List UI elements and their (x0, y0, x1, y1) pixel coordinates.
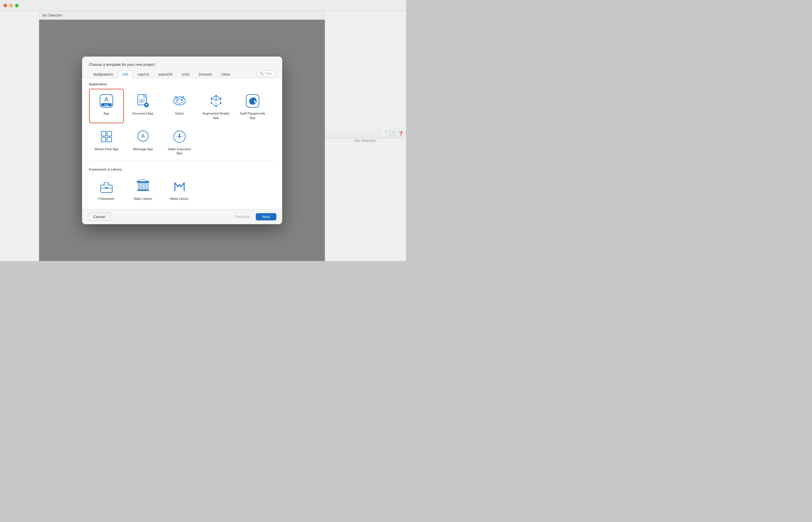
tab-watchos[interactable]: watchOS (154, 71, 177, 78)
editor-topbar: No Selection (39, 11, 325, 20)
template-sticker-pack[interactable]: Sticker Pack App (89, 124, 124, 159)
svg-marker-50 (137, 179, 149, 182)
close-button[interactable] (3, 4, 7, 7)
svg-rect-32 (107, 137, 111, 142)
tab-other[interactable]: Other (217, 71, 235, 78)
framework-grid: Framework (89, 174, 275, 204)
swift-playgrounds-label: Swift Playgrounds App (238, 112, 267, 120)
svg-point-27 (210, 103, 212, 104)
svg-point-26 (220, 103, 221, 104)
template-document-app[interactable]: Document App (126, 89, 160, 123)
new-project-modal: Choose a template for your new project: … (82, 57, 282, 224)
framework-icon (98, 178, 115, 195)
template-static-library[interactable]: Static Library (126, 174, 160, 204)
modal-title: Choose a template for your new project: (82, 57, 282, 70)
svg-point-22 (215, 95, 217, 97)
section-divider (89, 161, 275, 161)
template-swift-playgrounds[interactable]: Swift Playgrounds App (235, 89, 270, 123)
metal-library-icon (171, 178, 188, 195)
section-application-label: Application (89, 78, 275, 89)
tab-multiplatform[interactable]: Multiplatform (89, 71, 118, 78)
template-game[interactable]: Game (162, 89, 197, 123)
svg-marker-19 (211, 96, 216, 100)
svg-point-23 (220, 98, 221, 99)
history-icon[interactable]: 🕐 (390, 131, 395, 136)
static-library-label: Static Library (134, 197, 152, 201)
tab-bar: Multiplatform iOS macOS watchOS tvOS (82, 70, 282, 78)
svg-point-25 (215, 105, 217, 107)
svg-rect-29 (101, 132, 106, 136)
svg-rect-48 (144, 183, 146, 190)
metal-library-label: Metal Library (170, 197, 189, 201)
svg-rect-41 (101, 185, 112, 193)
document-app-label: Document App (132, 112, 153, 116)
imessage-icon: A (134, 128, 152, 145)
titlebar (0, 0, 406, 11)
svg-text:App: App (104, 103, 109, 106)
sticker-pack-label: Sticker Pack App (94, 147, 118, 151)
main-content: No Selection Choose a template for your … (0, 11, 406, 261)
template-framework[interactable]: Framework (89, 174, 124, 204)
svg-text:A: A (104, 96, 108, 103)
svg-rect-46 (138, 183, 140, 190)
framework-label: Framework (98, 197, 114, 201)
filter-placeholder: Filter (265, 72, 272, 76)
minimize-button[interactable] (9, 4, 13, 7)
inspector: 📄 🕐 ❓ No Selection (325, 11, 406, 261)
editor-body: Choose a template for your new project: … (39, 20, 325, 261)
application-grid-2: Sticker Pack App A (89, 124, 275, 159)
svg-rect-30 (107, 132, 111, 136)
swift-playgrounds-icon (244, 92, 261, 109)
template-imessage[interactable]: A iMessage App (126, 124, 160, 159)
tab-driverkit[interactable]: DriverKit (195, 71, 217, 78)
section-framework-label: Framework & Library (89, 164, 275, 174)
no-selection-label: No Selection (43, 13, 62, 17)
template-safari-extension[interactable]: Safari Extension App (162, 124, 197, 159)
svg-text:A: A (141, 133, 144, 139)
svg-rect-47 (141, 183, 143, 190)
game-label: Game (175, 112, 184, 116)
svg-point-15 (175, 96, 176, 97)
app-label: App (103, 112, 109, 116)
filter-field[interactable]: 🔍 Filter (257, 71, 275, 77)
inspector-topbar: 📄 🕐 ❓ (325, 129, 406, 138)
tab-macos[interactable]: macOS (133, 71, 154, 78)
sidebar (0, 11, 39, 261)
svg-rect-49 (147, 183, 148, 190)
svg-point-17 (183, 96, 184, 97)
inspector-no-selection: No Selection (355, 138, 377, 143)
document-app-icon (134, 92, 152, 109)
file-inspector-icon[interactable]: 📄 (381, 131, 387, 136)
svg-point-13 (181, 100, 182, 101)
svg-point-24 (210, 98, 212, 99)
modal-overlay: Choose a template for your new project: … (39, 20, 325, 261)
ar-app-label: Augmented Reality App (202, 112, 230, 120)
sticker-pack-icon (98, 128, 115, 145)
modal-footer: Cancel Previous Next (82, 209, 282, 224)
footer-right: Previous Next (232, 213, 276, 220)
cancel-button[interactable]: Cancel (88, 213, 110, 221)
template-ar-app[interactable]: Augmented Reality App (199, 89, 234, 123)
editor-area: No Selection Choose a template for your … (39, 11, 325, 261)
ar-app-icon (207, 92, 225, 109)
previous-button: Previous (232, 213, 253, 220)
game-icon (171, 92, 188, 109)
static-library-icon (134, 178, 152, 195)
tab-ios[interactable]: iOS (118, 71, 133, 78)
svg-point-12 (177, 100, 178, 101)
maximize-button[interactable] (15, 4, 19, 7)
safari-extension-label: Safari Extension App (165, 147, 194, 156)
svg-point-11 (176, 99, 183, 103)
next-button[interactable]: Next (256, 213, 276, 220)
imessage-label: iMessage App (133, 147, 153, 151)
template-metal-library[interactable]: Metal Library (162, 174, 197, 204)
template-app[interactable]: A App App (89, 89, 124, 123)
tab-tvos[interactable]: tvOS (178, 71, 194, 78)
svg-rect-31 (101, 137, 106, 142)
application-grid: A App App (89, 89, 275, 123)
search-icon: 🔍 (260, 72, 264, 75)
app-icon: A App (98, 92, 115, 109)
safari-extension-icon (171, 128, 188, 145)
help-icon[interactable]: ❓ (398, 131, 404, 136)
svg-point-40 (179, 136, 180, 138)
